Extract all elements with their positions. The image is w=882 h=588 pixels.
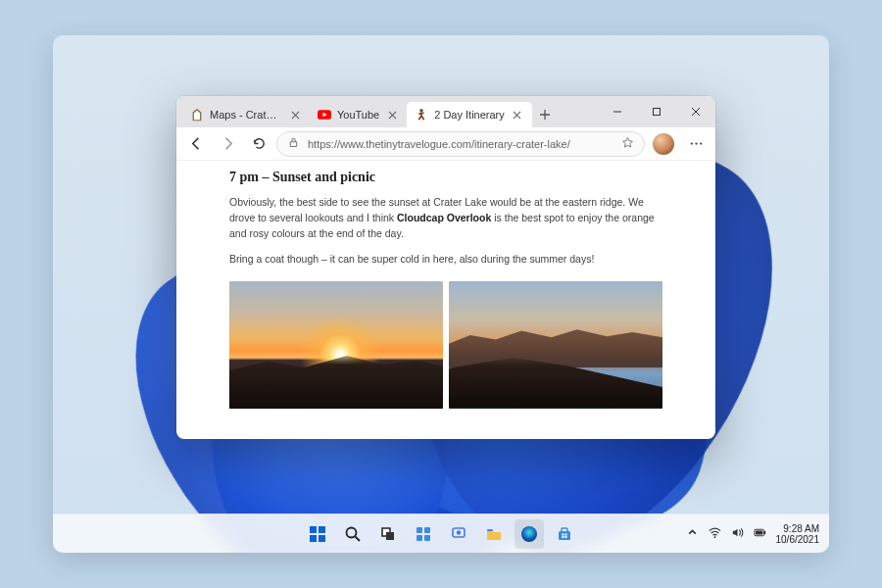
svg-rect-2	[654, 109, 661, 116]
taskbar-center	[303, 519, 579, 549]
refresh-button[interactable]	[245, 130, 272, 158]
tab-maps[interactable]: Maps - Crater Lake	[182, 102, 310, 127]
task-view-button[interactable]	[373, 519, 403, 549]
svg-point-1	[419, 109, 423, 113]
new-tab-button[interactable]	[532, 102, 558, 127]
edge-button[interactable]	[514, 519, 544, 549]
store-button[interactable]	[550, 519, 579, 549]
back-button[interactable]	[182, 130, 210, 158]
clock-time: 9:28 AM	[776, 523, 820, 534]
profile-avatar[interactable]	[653, 133, 674, 155]
svg-rect-10	[318, 535, 325, 542]
settings-menu-button[interactable]	[682, 130, 710, 158]
window-controls	[598, 96, 715, 127]
tray-overflow-icon[interactable]	[686, 526, 699, 541]
article-paragraph-2: Bring a coat though – it can be super co…	[229, 251, 662, 267]
youtube-favicon	[318, 108, 331, 122]
svg-rect-14	[416, 527, 422, 533]
svg-rect-25	[565, 533, 567, 535]
taskbar-clock[interactable]: 9:28 AM 10/6/2021	[776, 523, 820, 545]
file-explorer-button[interactable]	[479, 519, 509, 549]
svg-rect-9	[310, 535, 317, 542]
svg-point-28	[713, 536, 715, 538]
svg-rect-8	[318, 526, 325, 533]
browser-toolbar: https://www.thetinytravelogue.com/itiner…	[176, 127, 715, 161]
tab-itinerary[interactable]: 2 Day Itinerary	[407, 102, 532, 127]
titlebar[interactable]: Maps - Crater Lake YouTube	[176, 96, 715, 127]
url-text: https://www.thetinytravelogue.com/itiner…	[308, 138, 613, 150]
system-tray: 9:28 AM 10/6/2021	[686, 523, 820, 545]
svg-rect-16	[416, 535, 422, 541]
svg-rect-7	[310, 526, 317, 533]
maximize-button[interactable]	[637, 96, 676, 127]
address-bar[interactable]: https://www.thetinytravelogue.com/itiner…	[276, 131, 645, 157]
favorite-icon[interactable]	[621, 136, 634, 151]
svg-point-5	[695, 142, 697, 144]
forward-button[interactable]	[214, 130, 241, 158]
svg-rect-17	[424, 535, 430, 541]
search-button[interactable]	[338, 519, 368, 549]
clock-date: 10/6/2021	[776, 534, 820, 545]
close-icon[interactable]	[385, 108, 399, 122]
svg-point-4	[690, 142, 692, 144]
close-icon[interactable]	[288, 108, 302, 122]
browser-window: Maps - Crater Lake YouTube	[176, 96, 715, 439]
photo-gallery	[229, 281, 662, 409]
svg-rect-24	[563, 533, 564, 535]
battery-icon[interactable]	[754, 526, 766, 541]
chat-button[interactable]	[444, 519, 473, 549]
desktop: Maps - Crater Lake YouTube	[53, 35, 829, 553]
svg-point-19	[457, 530, 461, 534]
widgets-button[interactable]	[409, 519, 438, 549]
svg-point-11	[347, 527, 357, 537]
volume-icon[interactable]	[731, 526, 744, 541]
svg-rect-15	[424, 527, 430, 533]
tab-youtube[interactable]: YouTube	[310, 102, 407, 127]
svg-rect-30	[756, 530, 762, 534]
sunset-photo-1	[229, 281, 443, 409]
lock-icon	[287, 136, 300, 151]
taskbar: 9:28 AM 10/6/2021	[53, 514, 829, 553]
start-button[interactable]	[303, 519, 332, 549]
svg-rect-26	[563, 536, 564, 538]
nps-favicon	[190, 108, 204, 122]
tab-label: Maps - Crater Lake	[210, 109, 282, 121]
svg-rect-13	[386, 532, 394, 540]
tab-label: YouTube	[337, 109, 379, 121]
wifi-icon[interactable]	[709, 526, 721, 541]
svg-rect-31	[763, 531, 764, 534]
article-paragraph-1: Obviously, the best side to see the suns…	[229, 194, 662, 242]
svg-rect-23	[562, 528, 567, 532]
hiker-favicon	[415, 108, 428, 122]
svg-point-6	[700, 142, 702, 144]
svg-rect-27	[565, 536, 567, 538]
sunset-photo-2	[449, 281, 662, 409]
svg-rect-20	[487, 529, 493, 531]
page-content[interactable]: 7 pm – Sunset and picnic Obviously, the …	[176, 161, 715, 439]
article-heading: 7 pm – Sunset and picnic	[229, 167, 662, 188]
tab-label: 2 Day Itinerary	[434, 109, 505, 121]
close-window-button[interactable]	[676, 96, 715, 127]
svg-rect-3	[290, 142, 297, 147]
tab-strip: Maps - Crater Lake YouTube	[182, 96, 598, 127]
close-icon[interactable]	[511, 108, 524, 122]
minimize-button[interactable]	[598, 96, 637, 127]
